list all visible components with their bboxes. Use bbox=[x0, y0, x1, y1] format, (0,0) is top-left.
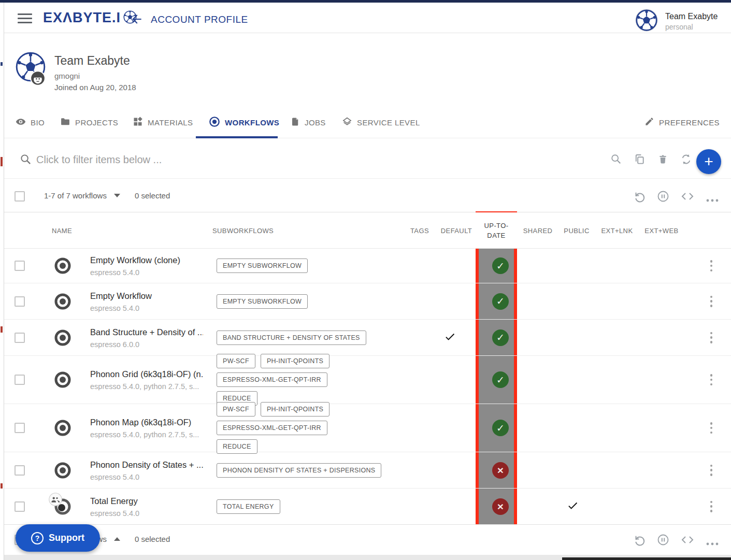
table-row[interactable]: Empty Workflowespresso 5.4.0 EMPTY SUBWO… bbox=[4, 283, 731, 320]
select-all-checkbox[interactable] bbox=[15, 191, 25, 202]
back-arrow-icon[interactable] bbox=[130, 12, 144, 28]
tab-jobs[interactable]: JOBS bbox=[291, 106, 326, 138]
filter-search-icon bbox=[20, 153, 32, 167]
code-icon[interactable] bbox=[681, 535, 694, 547]
search-icon[interactable] bbox=[610, 153, 622, 167]
filter-bar: + bbox=[4, 141, 731, 179]
table-row[interactable]: Phonon Grid (6k3q18i-OF) (n...espresso 5… bbox=[4, 356, 731, 404]
chevron-down-icon[interactable] bbox=[114, 194, 120, 197]
active-tab-underline bbox=[196, 136, 278, 138]
copy-icon[interactable] bbox=[634, 153, 646, 167]
account-profile-page: EXΛBYTE.I ACCOUNT PROFILE Team Exabyte p… bbox=[0, 0, 731, 560]
subworkflow-chip: TOTAL ENERGY bbox=[217, 499, 280, 514]
workflow-name: Phonon Density of States + ... bbox=[90, 460, 203, 469]
more-horizontal-icon[interactable] bbox=[706, 195, 719, 204]
row-checkbox[interactable] bbox=[15, 423, 25, 433]
row-checkbox[interactable] bbox=[15, 261, 25, 271]
support-button[interactable]: ? Support bbox=[16, 524, 100, 552]
eye-icon bbox=[16, 117, 26, 128]
preferences-button[interactable]: PREFERENCES bbox=[644, 106, 720, 138]
tab-workflows[interactable]: WORKFLOWS bbox=[209, 106, 279, 138]
row-checkbox[interactable] bbox=[15, 465, 25, 476]
workflow-name: Empty Workflow (clone) bbox=[90, 255, 203, 265]
pause-circle-icon[interactable] bbox=[657, 534, 669, 548]
pagination-label[interactable]: 1-7 of 7 workflows bbox=[44, 191, 107, 200]
file-icon bbox=[291, 117, 300, 128]
workflow-target-icon bbox=[209, 116, 220, 129]
subworkflow-chip: PHONON DENSITY OF STATES + DISPERSIONS bbox=[217, 463, 381, 478]
filter-input[interactable] bbox=[36, 150, 503, 169]
column-header-public: PUBLIC bbox=[564, 226, 589, 234]
table-header-row: NAME SUBWORKFLOWS TAGS DEFAULT UP-TO-DAT… bbox=[4, 212, 731, 249]
table-row[interactable]: Phonon Density of States + ...espresso 5… bbox=[4, 452, 731, 489]
subworkflow-chip: PW-SCF bbox=[217, 402, 255, 417]
workflow-subtitle: espresso 5.4.0 bbox=[90, 509, 203, 517]
profile-name: Team Exabyte bbox=[54, 54, 130, 68]
table-row[interactable]: Phonon Map (6k3q18i-OF)espresso 5.4.0, p… bbox=[4, 404, 731, 452]
tab-label: PROJECTS bbox=[75, 118, 118, 127]
workflow-name: Phonon Grid (6k3q18i-OF) (n... bbox=[90, 369, 203, 379]
row-menu-button[interactable] bbox=[708, 260, 715, 271]
pencil-icon bbox=[644, 117, 654, 128]
folder-icon bbox=[60, 117, 70, 128]
tab-service-level[interactable]: SERVICE LEVEL bbox=[342, 106, 420, 138]
tab-label: BIO bbox=[31, 118, 45, 127]
column-header-ext-web: EXT+WEB bbox=[644, 226, 678, 234]
workflow-subtitle: espresso 5.4.0, python 2.7.5, s... bbox=[90, 430, 203, 439]
subworkflow-chip: ESPRESSO-XML-GET-QPT-IRR bbox=[217, 372, 327, 387]
up-to-date-status-icon: ✓ bbox=[492, 371, 509, 388]
profile-face-badge-icon bbox=[30, 70, 46, 88]
column-header-subworkflows: SUBWORKFLOWS bbox=[212, 226, 274, 234]
row-menu-button[interactable] bbox=[708, 374, 715, 385]
profile-avatar bbox=[16, 52, 47, 83]
page-title: ACCOUNT PROFILE bbox=[151, 14, 248, 25]
row-checkbox[interactable] bbox=[15, 375, 25, 385]
column-header-name: NAME bbox=[52, 226, 72, 234]
up-to-date-status-icon: ✓ bbox=[492, 257, 509, 274]
account-type: personal bbox=[665, 23, 718, 31]
tab-label: WORKFLOWS bbox=[225, 118, 279, 127]
code-icon[interactable] bbox=[681, 192, 694, 203]
undo-icon[interactable] bbox=[633, 190, 646, 205]
table-row[interactable]: Band Structure + Density of ...espresso … bbox=[4, 320, 731, 356]
row-menu-button[interactable] bbox=[708, 332, 715, 343]
table-row[interactable]: Empty Workflow (clone)espresso 5.4.0 EMP… bbox=[4, 249, 731, 283]
sync-icon[interactable] bbox=[680, 153, 692, 167]
tab-materials[interactable]: MATERIALS bbox=[133, 106, 193, 138]
column-header-shared: SHARED bbox=[523, 226, 553, 234]
app-bar: EXΛBYTE.I ACCOUNT PROFILE Team Exabyte p… bbox=[4, 3, 731, 33]
add-workflow-button[interactable]: + bbox=[696, 149, 721, 174]
account-name: Team Exabyte bbox=[665, 12, 718, 21]
workflow-subtitle: espresso 5.4.0 bbox=[90, 268, 203, 277]
workflow-name: Total Energy bbox=[90, 496, 203, 506]
row-menu-button[interactable] bbox=[708, 465, 715, 476]
more-horizontal-icon[interactable] bbox=[706, 538, 719, 548]
row-menu-button[interactable] bbox=[708, 296, 715, 307]
workflow-name: Phonon Map (6k3q18i-OF) bbox=[90, 418, 203, 427]
table-row[interactable]: Total Energyespresso 5.4.0 TOTAL ENERGY … bbox=[4, 489, 731, 525]
window-edge-artifact bbox=[1, 326, 3, 333]
window-bottom-bar bbox=[562, 557, 731, 560]
window-top-strip bbox=[0, 0, 731, 3]
row-checkbox[interactable] bbox=[15, 296, 25, 307]
chevron-up-icon[interactable] bbox=[114, 537, 120, 541]
workflow-team-icon bbox=[54, 498, 71, 515]
pause-circle-icon[interactable] bbox=[657, 190, 669, 205]
account-avatar bbox=[635, 9, 658, 34]
row-menu-button[interactable] bbox=[708, 501, 715, 512]
row-checkbox[interactable] bbox=[15, 333, 25, 343]
undo-icon[interactable] bbox=[633, 534, 646, 548]
row-checkbox[interactable] bbox=[15, 501, 25, 512]
trash-icon[interactable] bbox=[657, 153, 668, 167]
tab-projects[interactable]: PROJECTS bbox=[60, 106, 118, 138]
row-menu-button[interactable] bbox=[708, 422, 715, 434]
profile-username: gmogni bbox=[54, 71, 80, 80]
workflow-icon bbox=[54, 293, 71, 310]
window-edge-artifact bbox=[1, 483, 3, 489]
hamburger-menu-icon[interactable] bbox=[18, 13, 32, 24]
account-switcher[interactable]: Team Exabyte personal bbox=[635, 9, 718, 34]
exabyte-logo[interactable]: EXΛBYTE.I bbox=[43, 10, 137, 26]
tab-bio[interactable]: BIO bbox=[16, 106, 45, 138]
footer-toolbar: 1-7 of 7 workflows 0 selected bbox=[4, 525, 731, 555]
widgets-icon bbox=[133, 117, 143, 128]
